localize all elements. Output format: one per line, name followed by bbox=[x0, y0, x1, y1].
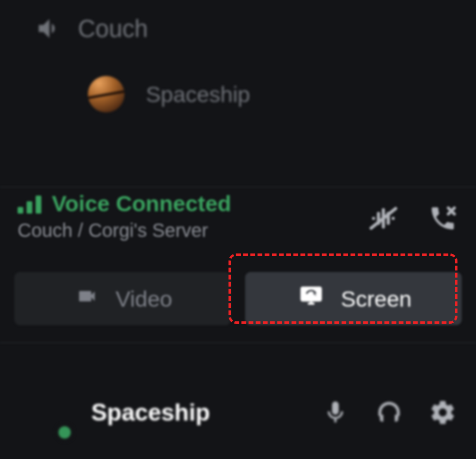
svg-rect-8 bbox=[310, 301, 312, 304]
deafen-button[interactable] bbox=[372, 396, 406, 429]
screen-share-icon bbox=[295, 283, 327, 314]
screen-share-button[interactable]: Screen bbox=[245, 272, 462, 325]
member-username: Spaceship bbox=[146, 81, 250, 107]
disconnect-button[interactable] bbox=[426, 202, 459, 235]
voice-action-buttons: Video Screen bbox=[14, 272, 462, 325]
user-avatar[interactable] bbox=[14, 382, 75, 442]
signal-strength-icon bbox=[18, 194, 41, 214]
screen-button-label: Screen bbox=[341, 286, 412, 312]
noise-suppression-button[interactable] bbox=[367, 202, 400, 235]
root: Couch Spaceship Voice Connected Couch / … bbox=[0, 0, 476, 459]
voice-connection-panel: Voice Connected Couch / Corgi's Server V… bbox=[0, 187, 476, 343]
user-panel: Spaceship bbox=[14, 382, 459, 442]
voice-channel-member-row[interactable]: Spaceship bbox=[88, 76, 250, 112]
video-button[interactable]: Video bbox=[14, 272, 231, 325]
connection-path: Couch / Corgi's Server bbox=[18, 220, 231, 241]
mute-button[interactable] bbox=[319, 396, 352, 429]
user-name: Spaceship bbox=[91, 399, 210, 426]
voice-channel-row[interactable]: Couch bbox=[35, 14, 148, 43]
channel-name: Couch bbox=[78, 15, 148, 43]
speaker-icon bbox=[35, 14, 64, 43]
video-button-label: Video bbox=[115, 286, 172, 312]
camera-icon bbox=[73, 286, 101, 312]
online-status-icon bbox=[55, 422, 75, 442]
voice-connected-label[interactable]: Voice Connected bbox=[52, 191, 231, 216]
svg-rect-6 bbox=[300, 286, 322, 301]
user-settings-button[interactable] bbox=[426, 396, 459, 429]
avatar bbox=[88, 76, 124, 112]
